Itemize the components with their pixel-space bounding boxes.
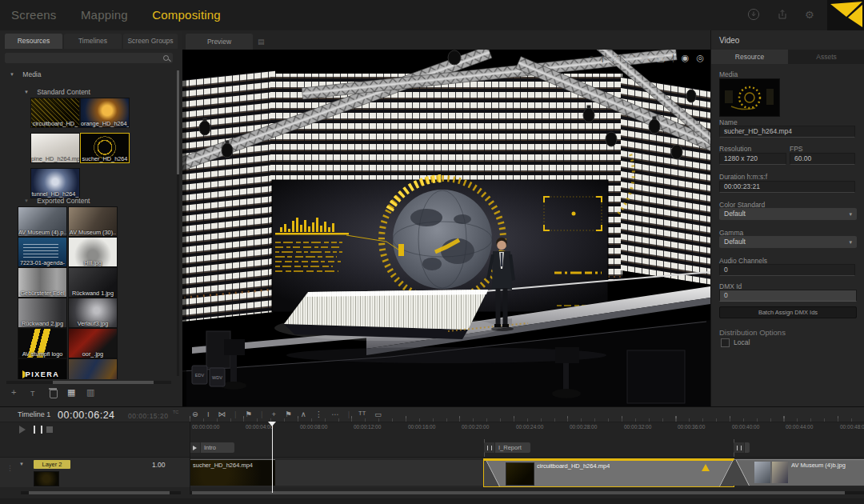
add-resource-button[interactable]: +	[11, 386, 16, 398]
playhead[interactable]	[272, 422, 273, 493]
tree-item-media[interactable]: ▼ Media	[10, 70, 41, 78]
caret-down-icon[interactable]: ▼	[24, 90, 29, 94]
dmx-id-field[interactable]: 0	[719, 290, 857, 302]
resource-thumb-tunnel[interactable]: tunnel_HD_h264_	[30, 168, 80, 198]
resource-thumb-pine[interactable]: pine_HD_h264.mp	[30, 133, 80, 163]
tree-item-standard-content[interactable]: ▼ Standard Content	[24, 88, 90, 96]
grid-icon[interactable]: ▦	[641, 53, 649, 63]
preview-list-tab-icon[interactable]: ▤	[258, 38, 265, 46]
resource-thumb-av-museum-30[interactable]: AV Museum (30)..	[68, 206, 118, 237]
layer-collapse-caret-icon[interactable]: ▼	[19, 462, 24, 466]
tab-timelines[interactable]: Timelines	[64, 34, 122, 49]
scrollbar-thumb[interactable]	[192, 491, 845, 494]
delete-resource-button[interactable]	[50, 390, 58, 398]
track-scrollbar[interactable]	[190, 491, 864, 494]
resource-thumb-av-stumpfl-logo[interactable]: AV stumpfl logo	[18, 328, 67, 358]
nav-tab-mapping[interactable]: Mapping	[81, 0, 128, 30]
pause-icon	[484, 442, 495, 453]
folder-icon[interactable]: ▤	[626, 53, 634, 63]
color-standard-dropdown[interactable]: Default ▾	[719, 208, 857, 220]
ruler-label: 00:00:20:00	[462, 424, 489, 430]
resource-thumb-steel[interactable]: Gebürsteter Edel	[18, 267, 67, 298]
tree-item-exported-content[interactable]: ▼ Exported Content	[24, 197, 90, 205]
scrollbar-thumb[interactable]	[53, 381, 154, 384]
fade-in-handle[interactable]	[734, 460, 753, 486]
fade-in-handle[interactable]	[484, 461, 503, 486]
tab-resource[interactable]: Resource	[711, 50, 788, 64]
search-input[interactable]	[5, 53, 173, 63]
scrollbar-thumb[interactable]	[177, 70, 179, 174]
tab-resources[interactable]: Resources	[5, 34, 62, 49]
pin-tool-button[interactable]: T	[30, 388, 35, 399]
clip-av-museum[interactable]: AV Museum (4)b.jpg	[734, 459, 864, 486]
layer-name-badge[interactable]: Layer 2	[34, 460, 70, 469]
duration-field[interactable]: 00:00:23:21	[719, 181, 855, 193]
name-field[interactable]: sucher_HD_h264.mp4	[719, 126, 855, 138]
fade-out-handle[interactable]	[718, 461, 734, 486]
image-icon[interactable]: ▣	[657, 53, 665, 63]
resource-thumb-city[interactable]	[68, 358, 118, 379]
resolution-field[interactable]: 1280 x 720	[719, 153, 786, 165]
nav-tab-screens[interactable]: Screens	[11, 0, 56, 30]
media-thumbnail[interactable]	[719, 78, 780, 117]
section-chip-3[interactable]	[734, 442, 750, 453]
clip-circuitboard-selected[interactable]: circuitboard_HD_h264.mp4	[484, 459, 734, 486]
scrollbar-thumb[interactable]	[29, 491, 170, 494]
resource-thumb-agenda[interactable]: 7223-01-agenda-	[18, 237, 67, 267]
drag-handle-icon[interactable]: ⋮	[6, 464, 14, 472]
selection-circle-icon[interactable]: ◌	[589, 53, 594, 63]
distribution-options-label: Distribution Options	[719, 328, 786, 337]
stop-button[interactable]	[46, 426, 53, 433]
target-icon[interactable]: ◎	[696, 53, 704, 63]
timeline-ruler[interactable]: 00:00:00:00 00:00:04:00 00:00:08:00 00:0…	[190, 422, 864, 439]
resources-horizontal-scrollbar[interactable]	[6, 381, 171, 384]
gamma-dropdown[interactable]: Default ▾	[719, 236, 857, 248]
divider: |	[672, 53, 674, 63]
local-checkbox[interactable]	[721, 338, 730, 347]
download-icon[interactable]	[747, 8, 762, 22]
stage-case-label-edv: EDV	[195, 373, 205, 378]
grid-view-button[interactable]: ▦	[67, 386, 75, 398]
resource-thumb-pixera[interactable]: PIXERA	[18, 358, 67, 379]
play-icon	[190, 442, 201, 453]
resource-thumb-hill[interactable]: Hill.jpg	[68, 237, 118, 267]
list-view-button[interactable]: ▥	[86, 386, 94, 398]
batch-assign-dmx-button[interactable]: Batch Assign DMX Ids	[719, 306, 857, 318]
resource-thumb-orange[interactable]: orange_HD_h264_	[80, 98, 130, 128]
caret-down-icon[interactable]: ▼	[10, 72, 14, 77]
clip-sucher[interactable]: sucher_HD_h264.mp4	[190, 459, 275, 486]
timeline-name[interactable]: Timeline 1	[18, 410, 50, 418]
resource-thumb-rueckwand-2[interactable]: Rückwand 2.jpg	[18, 298, 67, 328]
preview-viewport[interactable]: ◌ | ⊘ ▤ ▦ ▣ | ◉ ◎	[182, 50, 710, 406]
resource-thumb-red[interactable]: oor_.jpg	[68, 328, 118, 358]
tab-screen-groups[interactable]: Screen Groups	[123, 34, 178, 49]
layer-header[interactable]: ⋮ ▼ Layer 2 1.00	[0, 457, 190, 487]
section-chip-report[interactable]: I_Report	[484, 442, 530, 453]
layer-opacity-value[interactable]: 1.00	[152, 461, 166, 469]
section-chip-intro[interactable]: Intro	[190, 442, 234, 453]
fps-field[interactable]: 60.00	[790, 153, 855, 165]
disable-icon[interactable]: ⊘	[610, 53, 618, 63]
resource-thumb-rueckwand-1[interactable]: Rückwand 1.jpg	[68, 267, 118, 298]
layer-scrollbar[interactable]	[21, 491, 181, 494]
end-timecode[interactable]: 00:00:15:20	[128, 412, 168, 420]
play-button[interactable]	[19, 426, 26, 434]
nav-tab-compositing[interactable]: Compositing	[152, 0, 221, 30]
video-properties-panel: Video Resource Assets Media Name sucher_…	[710, 30, 864, 406]
current-timecode[interactable]: 00:00:06:24	[58, 410, 115, 421]
caret-down-icon[interactable]: ▼	[24, 198, 29, 203]
resource-thumb-verlauf[interactable]: Verlauf3.jpg	[68, 298, 118, 328]
camera-icon[interactable]: ◉	[682, 53, 690, 63]
share-icon[interactable]	[776, 8, 790, 22]
ruler-label: 00:00:08:00	[300, 424, 327, 430]
settings-gear-icon[interactable]: ⚙	[805, 9, 819, 23]
audio-channels-field[interactable]: 0	[719, 264, 855, 276]
resource-thumb-circuitboard[interactable]: circuitboard_HD_	[30, 98, 80, 128]
tab-preview[interactable]: Preview	[186, 34, 253, 50]
tab-assets[interactable]: Assets	[788, 50, 864, 64]
resource-thumb-sucher-selected[interactable]: sucher_HD_h264	[80, 133, 130, 163]
resources-vertical-scrollbar[interactable]	[177, 70, 179, 376]
pause-button[interactable]	[34, 426, 42, 434]
layer-thumbnail[interactable]	[34, 471, 59, 486]
resource-thumb-av-museum-4[interactable]: AV Museum (4).p..	[18, 206, 67, 237]
